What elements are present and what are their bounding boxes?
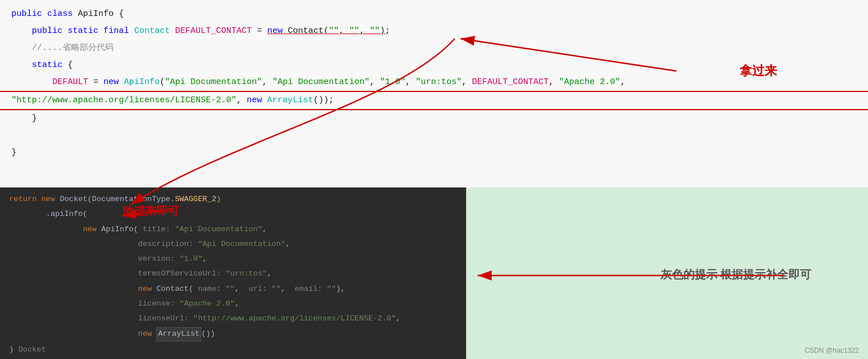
d-indent8 (9, 328, 138, 340)
dark-code-editor: return new Docket( DocumentationType. SW… (0, 187, 466, 359)
annotation-fang-jinlai: 放进来即可 (122, 203, 179, 219)
dark-line-2: .apiInfo( (0, 207, 466, 222)
close-paren: ) (380, 24, 385, 38)
bottom-panel: return new Docket( DocumentationType. SW… (0, 187, 868, 359)
d-ver-val: "1.0" (180, 253, 203, 265)
c5: , (549, 76, 559, 89)
d-name-val: "" (226, 283, 235, 295)
d-docket: Docket( (60, 193, 92, 206)
d-desc-hint: description: (138, 238, 198, 251)
comment: //....省略部分代码 (11, 41, 114, 55)
d-name-hint: name: (198, 283, 226, 295)
c2: , (369, 76, 380, 89)
d-comma4: , (267, 268, 272, 280)
code-line-4: static { (0, 57, 868, 74)
dark-line-9: licenseUrl: "http://www.apache.org/licen… (0, 311, 466, 326)
d-comma2: , (285, 238, 290, 251)
top-code-panel: public class ApiInfo { public static fin… (0, 0, 868, 187)
var-default-contact: DEFAULT_CONTACT (175, 24, 252, 38)
dark-line-7: new Contact( name: "" , url: "" , email:… (0, 282, 466, 297)
brace-open: { (63, 59, 73, 72)
d-apiinfo2: ApiInfo( (101, 223, 143, 236)
d-indent4 (9, 268, 138, 280)
d-ver-hint: version: (138, 253, 180, 265)
d-apiinfo: .apiInfo( (9, 208, 88, 220)
d-close-paren: ) (9, 344, 18, 356)
kw-new3: new (247, 94, 267, 107)
d-comma6: , (396, 312, 401, 325)
paren-open2: ( (160, 76, 165, 89)
d-indent1 (9, 223, 83, 236)
dark-line-8: license: "Apache 2.0" , (0, 297, 466, 311)
str1: "" (329, 24, 339, 38)
final-brace: } (11, 146, 16, 160)
d-title-hint: title: (143, 223, 175, 236)
d-c2: , (281, 283, 290, 295)
dark-line-6: termsOfServiceUrl: "urn:tos" , (0, 266, 466, 281)
s1: "Api Documentation" (165, 76, 262, 89)
var-dc: DEFAULT_CONTACT (472, 76, 549, 89)
eq2: = (88, 76, 103, 89)
code-line-7: } (0, 110, 868, 127)
d-email-val: "" (327, 283, 336, 295)
d-paren: ) (217, 193, 221, 206)
d-docket-hint: Docket (18, 344, 46, 356)
annotation-gray-hint: 灰色的提示 根据提示补全即可 (661, 267, 811, 282)
c4: , (462, 76, 472, 89)
d-email-hint: email: (290, 283, 327, 295)
apiinfo-call: ApiInfo (124, 76, 160, 89)
green-panel: 灰色的提示 根据提示补全即可 CSDN @hac1322 (466, 187, 868, 359)
code-line-5: DEFAULT = new ApiInfo ( "Api Documentati… (0, 74, 868, 92)
d-url-hint: url: (244, 283, 272, 295)
dark-line-4: description: "Api Documentation" , (0, 237, 466, 252)
dark-line-11: ) Docket (0, 343, 466, 357)
s2: "Api Documentation" (272, 76, 369, 89)
str2: "" (349, 24, 359, 38)
d-comma5: , (235, 298, 239, 310)
c6: , (620, 76, 625, 89)
keyword-static: static (68, 24, 103, 38)
equals: = (252, 24, 267, 38)
close-brace: } (11, 112, 37, 126)
d-new2: new (83, 223, 101, 236)
s3: "1.0" (380, 76, 405, 89)
type-contact: Contact (134, 24, 175, 38)
d-c1: , (235, 283, 244, 295)
s4: "urn:tos" (416, 76, 462, 89)
classname: ApiInfo { (78, 7, 124, 21)
d-indent3 (9, 253, 138, 265)
dark-line-3: new ApiInfo( title: "Api Documentation" … (0, 222, 466, 237)
d-contact: Contact( (156, 283, 198, 295)
d-swagger2: SWAGGER_2 (175, 193, 217, 206)
s5: "Apache 2.0" (559, 76, 620, 89)
comma1: , (339, 24, 349, 38)
annotation-na-guolai: 拿过来 (740, 62, 777, 80)
comma2: , (359, 24, 369, 38)
d-comma3: , (202, 253, 207, 265)
d-indent2 (9, 238, 138, 251)
d-terms-val: "urn:tos" (226, 268, 267, 280)
d-kw-return: return (9, 193, 41, 206)
code-line-9: } (0, 144, 868, 161)
d-indent6 (9, 298, 138, 310)
d-licurl-val: "http://www.apache.org/licenses/LICENSE-… (193, 312, 396, 325)
d-cparen: ), (336, 283, 345, 295)
d-arraylist: ArrayList (156, 327, 201, 341)
watermark: CSDN @hac1322 (804, 347, 859, 354)
d-desc-val: "Api Documentation" (198, 238, 285, 251)
d-al-paren: ()) (201, 328, 215, 340)
d-terms-hint: termsOfServiceUrl: (138, 268, 226, 280)
d-title-val: "Api Documentation" (175, 223, 263, 236)
d-comma1: , (263, 223, 267, 236)
code-line-1: public class ApiInfo { (0, 6, 868, 23)
c1: , (262, 76, 272, 89)
dark-line-10: new ArrayList ()) (0, 326, 466, 342)
c3: , (405, 76, 416, 89)
semicolon: ; (385, 24, 390, 38)
code-line-2: public static final Contact DEFAULT_CONT… (0, 23, 868, 40)
d-licurl-hint: licenseUrl: (138, 312, 193, 325)
d-url-val: "" (272, 283, 281, 295)
keyword-public2: public (32, 24, 68, 38)
kw-new2: new (103, 76, 124, 89)
keyword-final: final (103, 24, 134, 38)
